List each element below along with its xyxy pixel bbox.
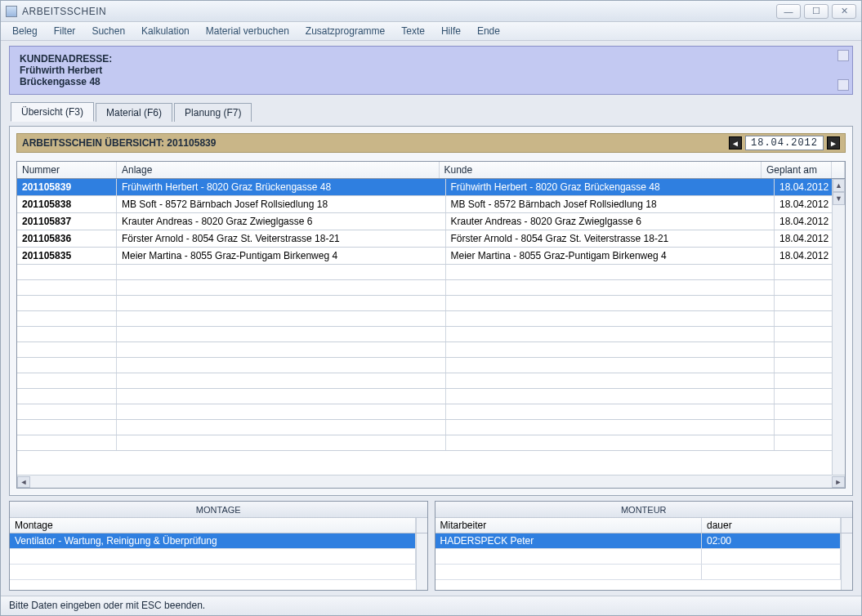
address-line1: Frühwirth Herbert [20,65,842,76]
cell-nummer: 201105835 [17,248,117,264]
overview-grid: Nummer Anlage Kunde Geplant am 201105839… [16,161,846,489]
tab-uebersicht[interactable]: Übersicht (F3) [11,102,94,122]
col-kunde[interactable]: Kunde [440,162,762,178]
table-row-empty[interactable] [17,311,845,327]
status-text: Bitte Daten eingeben oder mit ESC beende… [9,600,205,611]
table-row[interactable]: 201105836Förster Arnold - 8054 Graz St. … [17,230,845,248]
grid-hscrollbar[interactable]: ◄ ► [17,475,845,488]
scroll-left-icon[interactable]: ◄ [17,476,30,488]
cell-anlage: Förster Arnold - 8054 Graz St. Veiterstr… [117,230,446,247]
cell-kunde: Krauter Andreas - 8020 Graz Zwieglgasse … [446,213,775,230]
col-anlage[interactable]: Anlage [117,162,440,178]
address-heading: KUNDENADRESSE: [20,53,842,65]
tab-material[interactable]: Material (F6) [96,103,172,122]
table-row[interactable]: 201105838MB Soft - 8572 Bärnbach Josef R… [17,196,845,213]
minimize-button[interactable]: — [776,4,801,19]
scroll-up-icon[interactable] [837,50,849,61]
scroll-down-icon[interactable] [837,79,849,91]
monteur-row-empty[interactable] [435,549,842,565]
menu-beleg[interactable]: Beleg [6,24,44,38]
table-row-empty[interactable] [17,435,845,451]
bottom-panels: MONTAGE Montage Ventilator - Wartung, Re… [9,501,853,591]
table-row-empty[interactable] [17,358,845,373]
monteur-row[interactable]: HADERSPECK Peter02:00 [435,533,842,549]
scroll-down-icon[interactable]: ▼ [833,192,845,205]
col-scroll-spacer [832,162,845,178]
monteur-row-empty[interactable] [435,565,842,580]
tab-planung[interactable]: Planung (F7) [174,103,252,122]
montage-header[interactable]: Montage [10,518,416,533]
table-row[interactable]: 201105839Frühwirth Herbert - 8020 Graz B… [17,179,845,196]
montage-scrollbar[interactable] [416,533,427,590]
table-row-empty[interactable] [17,280,845,296]
cell-anlage: Krauter Andreas - 8020 Graz Zwieglgasse … [117,213,446,230]
app-window: ARBEITSSCHEIN — ☐ ✕ Beleg Filter Suchen … [0,0,862,616]
cell-nummer: 201105839 [17,179,117,195]
scroll-up-icon[interactable]: ▲ [833,179,845,192]
monteur-header-mitarbeiter[interactable]: Mitarbeiter [435,518,703,533]
table-row-empty[interactable] [17,404,845,420]
montage-caption: MONTAGE [10,502,427,518]
monteur-panel: MONTEUR Mitarbeiter dauer HADERSPECK Pet… [435,501,854,591]
menu-bar: Beleg Filter Suchen Kalkulation Material… [1,22,861,41]
menu-hilfe[interactable]: Hilfe [435,24,467,38]
col-geplant[interactable]: Geplant am [762,162,832,178]
monteur-cell-mitarbeiter: HADERSPECK Peter [435,533,703,548]
cell-kunde: Förster Arnold - 8054 Graz St. Veiterstr… [446,230,775,247]
monteur-cell-dauer: 02:00 [702,533,841,548]
table-row-empty[interactable] [17,296,845,311]
cell-kunde: Meier Martina - 8055 Graz-Puntigam Birke… [446,248,775,264]
overview-panel: ARBEITSSCHEIN ÜBERSICHT: 201105839 ◄ 18.… [9,126,853,496]
table-row-empty[interactable] [17,389,845,404]
menu-texte[interactable]: Texte [395,24,431,38]
montage-panel: MONTAGE Montage Ventilator - Wartung, Re… [9,501,428,591]
cell-nummer: 201105838 [17,196,117,212]
menu-material-verbuchen[interactable]: Material verbuchen [199,24,296,38]
montage-row-empty[interactable] [10,549,416,565]
monteur-scrollbar[interactable] [841,533,852,590]
table-row[interactable]: 201105837Krauter Andreas - 8020 Graz Zwi… [17,213,845,230]
cell-anlage: Meier Martina - 8055 Graz-Puntigam Birke… [117,248,446,264]
status-bar: Bitte Daten eingeben oder mit ESC beende… [1,596,861,615]
table-row-empty[interactable] [17,327,845,342]
col-nummer[interactable]: Nummer [17,162,117,178]
menu-zusatzprogramme[interactable]: Zusatzprogramme [299,24,391,38]
cell-kunde: Frühwirth Herbert - 8020 Graz Brückengas… [446,179,775,195]
cell-kunde: MB Soft - 8572 Bärnbach Josef Rollsiedlu… [446,196,775,212]
table-row[interactable]: 201105835Meier Martina - 8055 Graz-Punti… [17,248,845,265]
overview-header: ARBEITSSCHEIN ÜBERSICHT: 201105839 ◄ 18.… [16,133,846,153]
table-row-empty[interactable] [17,342,845,358]
montage-row[interactable]: Ventilator - Wartung, Reinigung & Überpr… [10,533,416,549]
menu-ende[interactable]: Ende [471,24,507,38]
maximize-button[interactable]: ☐ [804,4,829,19]
scroll-right-icon[interactable]: ► [832,476,845,488]
overview-title: ARBEITSSCHEIN ÜBERSICHT: 201105839 [22,137,216,149]
montage-row-empty[interactable] [10,565,416,580]
table-row-empty[interactable] [17,420,845,435]
address-line2: Brückengasse 48 [20,76,842,87]
menu-kalkulation[interactable]: Kalkulation [135,24,196,38]
close-button[interactable]: ✕ [832,4,856,19]
title-bar: ARBEITSSCHEIN — ☐ ✕ [1,1,861,22]
date-prev-button[interactable]: ◄ [729,136,742,150]
address-scrollbar[interactable] [837,50,849,91]
grid-header: Nummer Anlage Kunde Geplant am [17,162,845,179]
grid-body: 201105839Frühwirth Herbert - 8020 Graz B… [17,179,845,475]
app-icon [6,6,17,17]
date-next-button[interactable]: ► [827,136,840,150]
cell-anlage: MB Soft - 8572 Bärnbach Josef Rollsiedlu… [117,196,446,212]
overview-date[interactable]: 18.04.2012 [745,136,824,150]
monteur-header-dauer[interactable]: dauer [702,518,841,533]
tab-strip: Übersicht (F3) Material (F6) Planung (F7… [9,100,853,121]
menu-filter[interactable]: Filter [47,24,83,38]
grid-vscrollbar[interactable]: ▲ ▼ [832,179,845,475]
monteur-caption: MONTEUR [435,502,853,518]
cell-anlage: Frühwirth Herbert - 8020 Graz Brückengas… [117,179,446,195]
table-row-empty[interactable] [17,373,845,389]
montage-cell: Ventilator - Wartung, Reinigung & Überpr… [10,533,416,548]
cell-nummer: 201105836 [17,230,117,247]
content-area: KUNDENADRESSE: Frühwirth Herbert Brücken… [1,41,861,596]
cell-nummer: 201105837 [17,213,117,230]
menu-suchen[interactable]: Suchen [85,24,132,38]
table-row-empty[interactable] [17,265,845,280]
